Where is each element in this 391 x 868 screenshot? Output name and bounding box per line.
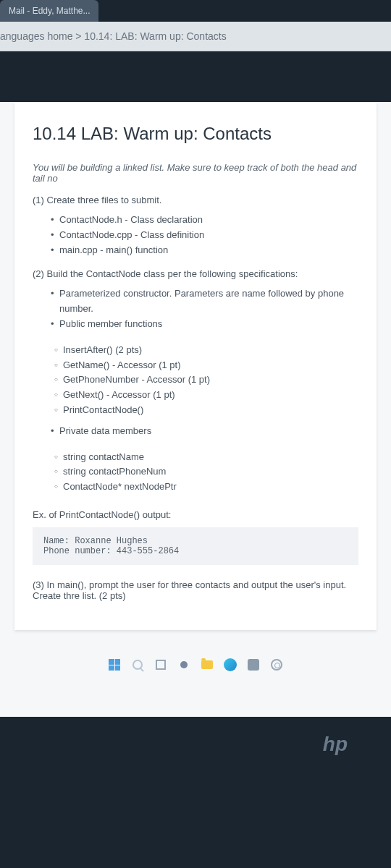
hp-logo: hp	[323, 733, 348, 756]
breadcrumb-text: anguages home > 10.14: LAB: Warm up: Con…	[0, 30, 227, 42]
task-view-icon[interactable]	[153, 657, 169, 673]
code-block: Name: Roxanne Hughes Phone number: 443-5…	[33, 527, 358, 565]
list-item: GetPhoneNumber - Accessor (1 pt)	[54, 373, 358, 388]
list-item: ContactNode.cpp - Class definition	[51, 228, 358, 243]
list-item: GetNext() - Accessor (1 pt)	[54, 388, 358, 403]
breadcrumb[interactable]: anguages home > 10.14: LAB: Warm up: Con…	[0, 30, 391, 42]
example-label: Ex. of PrintContactNode() output:	[33, 509, 358, 520]
windows-start-icon[interactable]	[106, 657, 122, 673]
app-icon[interactable]	[269, 657, 285, 673]
edge-icon[interactable]	[222, 657, 238, 673]
lab-intro: You will be building a linked list. Make…	[33, 162, 358, 184]
tab-title: Mail - Eddy, Matthe...	[9, 6, 90, 16]
taskbar	[106, 657, 285, 673]
app-icon[interactable]	[245, 657, 261, 673]
content-card: 10.14 LAB: Warm up: Contacts You will be…	[14, 102, 377, 630]
list-item: InsertAfter() (2 pts)	[54, 343, 358, 358]
browser-tab[interactable]: Mail - Eddy, Matthe...	[0, 0, 98, 22]
list-item: ContactNode.h - Class declaration	[51, 213, 358, 228]
list-item: GetName() - Accessor (1 pt)	[54, 358, 358, 373]
list-item: ContactNode* nextNodePtr	[54, 480, 358, 495]
content-area: 10.14 LAB: Warm up: Contacts You will be…	[0, 102, 391, 717]
list-item: string contactName	[54, 450, 358, 465]
step2-label: (2) Build the ContactNode class per the …	[33, 268, 358, 279]
list-item: Parameterized constructor. Parameters ar…	[51, 286, 358, 317]
file-explorer-icon[interactable]	[199, 657, 215, 673]
step2-private-list: Private data members	[51, 424, 358, 439]
step1-list: ContactNode.h - Class declaration Contac…	[51, 213, 358, 258]
list-item: PrintContactNode()	[54, 403, 358, 418]
page-header: anguages home > 10.14: LAB: Warm up: Con…	[0, 22, 391, 51]
list-item: Public member functions	[51, 317, 358, 332]
step2-sublist-a: InsertAfter() (2 pts) GetName() - Access…	[54, 343, 358, 418]
app-icon[interactable]	[176, 657, 192, 673]
list-item: Private data members	[51, 424, 358, 439]
step3-label: (3) In main(), prompt the user for three…	[33, 579, 358, 601]
list-item: main.cpp - main() function	[51, 243, 358, 258]
step2-list: Parameterized constructor. Parameters ar…	[51, 286, 358, 331]
step2-sublist-b: string contactName string contactPhoneNu…	[54, 450, 358, 495]
list-item: string contactPhoneNum	[54, 464, 358, 480]
lab-title: 10.14 LAB: Warm up: Contacts	[33, 124, 358, 144]
step1-label: (1) Create three files to submit.	[33, 195, 358, 205]
search-icon[interactable]	[130, 657, 146, 673]
